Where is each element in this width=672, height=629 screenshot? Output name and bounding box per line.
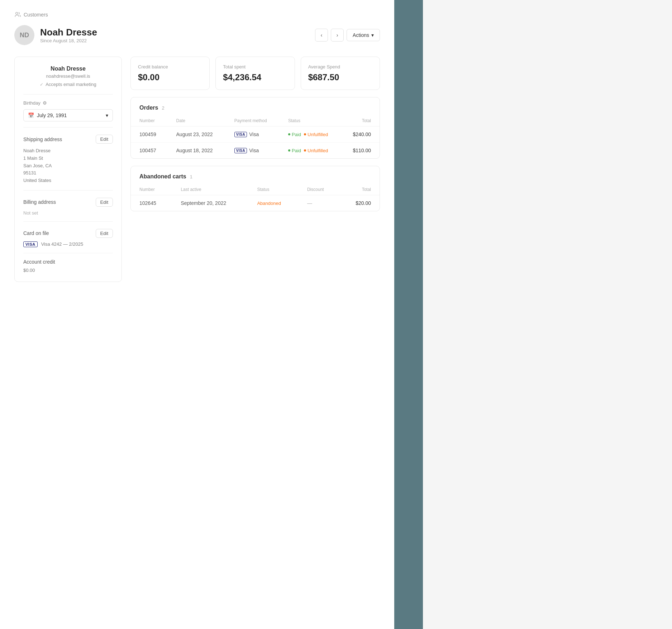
shipping-city: San Jose, CA: [23, 162, 113, 170]
header-left: ND Noah Dresse Since August 18, 2022: [14, 25, 97, 45]
birthday-label: Birthday ⚙: [23, 100, 113, 106]
avatar: ND: [14, 25, 34, 45]
shipping-title: Shipping address: [23, 136, 62, 142]
table-row[interactable]: 100459 August 23, 2022 VISA Visa Paid Un…: [131, 126, 380, 143]
shipping-edit-button[interactable]: Edit: [96, 135, 113, 144]
birthday-select[interactable]: 📅 July 29, 1991 ▾: [23, 109, 113, 121]
shipping-header: Shipping address Edit: [23, 135, 113, 144]
discount-value: —: [307, 200, 312, 206]
payment-label: Visa: [249, 131, 259, 137]
payment-label: Visa: [249, 148, 259, 153]
col-last-active: Last active: [172, 184, 248, 195]
orders-table: Number Date Payment method Status Total …: [131, 115, 380, 158]
dot-green: [288, 149, 290, 152]
customers-icon: [14, 11, 21, 18]
dot-green: [288, 133, 290, 135]
paid-badge: Paid: [288, 132, 301, 137]
billing-value: Not set: [23, 210, 113, 216]
customer-name: Noah Dresse: [40, 27, 97, 38]
cart-discount: —: [299, 195, 340, 211]
col-discount: Discount: [299, 184, 340, 195]
order-payment: VISA Visa: [226, 126, 280, 143]
cart-status: Abandoned: [248, 195, 299, 211]
billing-edit-button[interactable]: Edit: [96, 198, 113, 207]
account-credit-value: $0.00: [23, 268, 113, 273]
card-on-file-row: VISA Visa 4242 — 2/2025: [23, 241, 113, 247]
credit-balance-card: Credit balance $0.00: [130, 57, 210, 90]
chevron-down-icon: ▾: [371, 32, 374, 38]
credit-balance-value: $0.00: [138, 72, 202, 82]
abandoned-carts-card: Abandoned carts 1 Number Last active Sta…: [130, 166, 380, 211]
order-number: 100457: [131, 143, 168, 159]
email-marketing-label: Accepts email marketing: [46, 82, 96, 87]
visa-icon: VISA: [234, 132, 247, 137]
abandoned-carts-count: 1: [190, 174, 192, 179]
sidebar-right: [394, 0, 423, 629]
divider-3: [23, 190, 113, 191]
dot-orange: [304, 149, 306, 152]
total-spent-value: $4,236.54: [223, 72, 287, 82]
orders-header: Orders 2: [131, 97, 380, 115]
left-panel: Noah Dresse noahdresse@swell.is ✓ Accept…: [14, 57, 122, 282]
customer-info-block: Noah Dresse noahdresse@swell.is ✓ Accept…: [23, 66, 113, 87]
billing-title: Billing address: [23, 199, 56, 205]
col-total: Total: [340, 184, 380, 195]
divider-4: [23, 221, 113, 222]
order-payment: VISA Visa: [226, 143, 280, 159]
check-icon: ✓: [40, 82, 43, 87]
col-payment: Payment method: [226, 115, 280, 126]
order-total: $110.00: [341, 143, 380, 159]
card-edit-button[interactable]: Edit: [96, 229, 113, 238]
shipping-country: United States: [23, 177, 113, 184]
prev-button[interactable]: ‹: [315, 29, 328, 42]
visa-badge: VISA: [23, 241, 38, 247]
cart-last-active: September 20, 2022: [172, 195, 248, 211]
shipping-name: Noah Dresse: [23, 147, 113, 155]
average-spend-value: $687.50: [308, 72, 372, 82]
header-actions: ‹ › Actions ▾: [315, 29, 380, 42]
svg-point-0: [16, 12, 18, 14]
order-status: Paid Unfulfilled: [280, 126, 341, 143]
table-row[interactable]: 100457 August 18, 2022 VISA Visa Paid Un…: [131, 143, 380, 159]
total-spent-label: Total spent: [223, 64, 287, 69]
chevron-right-icon: ›: [337, 32, 338, 38]
stats-row: Credit balance $0.00 Total spent $4,236.…: [130, 57, 380, 90]
orders-title: Orders: [139, 105, 158, 111]
average-spend-label: Average Spend: [308, 64, 372, 69]
col-total: Total: [341, 115, 380, 126]
col-number: Number: [131, 115, 168, 126]
account-credit-title: Account credit: [23, 259, 113, 265]
next-button[interactable]: ›: [331, 29, 344, 42]
order-date: August 18, 2022: [168, 143, 226, 159]
gear-icon: ⚙: [43, 100, 47, 106]
order-status: Paid Unfulfilled: [280, 143, 341, 159]
breadcrumb: Customers: [14, 11, 380, 18]
table-row[interactable]: 102645 September 20, 2022 Abandoned — $2…: [131, 195, 380, 211]
col-number: Number: [131, 184, 172, 195]
actions-button[interactable]: Actions ▾: [347, 29, 380, 41]
birthday-left: 📅 July 29, 1991: [28, 112, 67, 118]
abandoned-carts-table: Number Last active Status Discount Total…: [131, 184, 380, 211]
unfulfilled-badge: Unfulfilled: [304, 132, 328, 137]
billing-header: Billing address Edit: [23, 198, 113, 207]
divider-5: [23, 253, 113, 253]
col-status: Status: [248, 184, 299, 195]
order-date: August 23, 2022: [168, 126, 226, 143]
customer-since: Since August 18, 2022: [40, 38, 97, 43]
dot-orange: [304, 133, 306, 135]
actions-label: Actions: [353, 32, 369, 38]
order-number: 100459: [131, 126, 168, 143]
shipping-address1: 1 Main St: [23, 155, 113, 162]
abandoned-badge: Abandoned: [257, 201, 281, 206]
visa-icon: VISA: [234, 148, 247, 153]
average-spend-card: Average Spend $687.50: [301, 57, 380, 90]
credit-balance-label: Credit balance: [138, 64, 202, 69]
paid-badge: Paid: [288, 148, 301, 153]
col-date: Date: [168, 115, 226, 126]
unfulfilled-badge: Unfulfilled: [304, 148, 328, 153]
right-panel: Credit balance $0.00 Total spent $4,236.…: [130, 57, 380, 282]
breadcrumb-label[interactable]: Customers: [24, 12, 48, 18]
page-header: ND Noah Dresse Since August 18, 2022 ‹ ›…: [14, 25, 380, 45]
abandoned-carts-header: Abandoned carts 1: [131, 166, 380, 184]
shipping-zip: 95131: [23, 169, 113, 177]
